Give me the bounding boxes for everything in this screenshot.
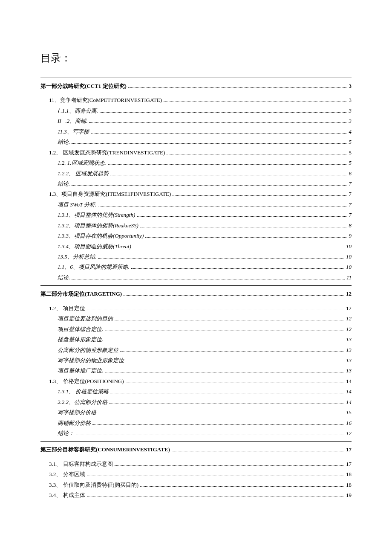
toc-leader-dots bbox=[87, 472, 345, 476]
toc-entry: 写字楼部分价格15 bbox=[58, 408, 352, 417]
toc-entry: 1.3.1、项目整体的优势(Strength)7 bbox=[58, 210, 352, 219]
toc-entry-label: 结论. bbox=[58, 179, 70, 188]
toc-entry: 1.3、 价格定位(POSITIONING)14 bbox=[49, 377, 352, 386]
toc-leader-dots bbox=[167, 150, 347, 154]
section-divider bbox=[40, 441, 352, 442]
toc-leader-dots bbox=[72, 275, 345, 279]
toc-entry: 楼盘整体形象定位.13 bbox=[58, 335, 352, 344]
toc-entry: 写字楼部分的物业形象定位13 bbox=[58, 356, 352, 365]
toc-entry-label: 写字楼部分价格 bbox=[58, 408, 96, 417]
toc-leader-dots bbox=[133, 244, 344, 248]
toc-entry: 2.2.2、公寓部分价格14 bbox=[58, 398, 352, 407]
toc-entry-label: 11、竞争者研究(CoMPET1TORINVESTIGATE) bbox=[49, 96, 162, 105]
toc-leader-dots bbox=[110, 171, 347, 175]
toc-leader-dots bbox=[140, 482, 344, 486]
toc-entry-page: 9 bbox=[349, 231, 352, 240]
toc-entry-page: 3 bbox=[349, 116, 352, 125]
toc-entry: 项目 SWoT 分析.7 bbox=[58, 200, 352, 209]
toc-entry-page: 3 bbox=[349, 81, 352, 90]
toc-leader-dots bbox=[172, 447, 344, 451]
toc-entry-label: 结论. bbox=[58, 137, 70, 146]
toc-entry-label: 1.3.1、项目整体的优势(Strength) bbox=[58, 210, 135, 219]
toc-entry: 1.3.1、 价格定位策略14 bbox=[58, 387, 352, 396]
toc-entry-label: 第一部分战略研究(CCT1 定位研究) bbox=[40, 81, 127, 90]
toc-entry-label: 1.3.4、项目面临的威胁(Threat) bbox=[58, 242, 131, 251]
toc-entry-label: 第二部分市场定位(TARGETING) bbox=[40, 289, 122, 298]
toc-leader-dots bbox=[126, 378, 345, 383]
toc-entry-page: 19 bbox=[346, 491, 352, 500]
toc-leader-dots bbox=[164, 98, 347, 102]
toc-entry: 第三部分目标客群研究(CONSUMERINVESTIGATE)17 bbox=[40, 445, 352, 454]
toc-entry-label: 项目 SWoT 分析. bbox=[58, 200, 96, 209]
toc-leader-dots bbox=[108, 160, 347, 165]
toc-leader-dots bbox=[92, 420, 344, 424]
toc-entry-page: 4 bbox=[349, 127, 352, 136]
toc-entry-label: 1.3、 价格定位(POSITIONING) bbox=[49, 377, 124, 386]
toc-entry-label: 1.3、项目自身资源研究(ITEMSE1FINVESTIGATE) bbox=[49, 189, 171, 198]
toc-entry-label: 13.5、分析总结. bbox=[58, 252, 96, 261]
section-divider bbox=[40, 285, 352, 286]
toc-entry-label: 1.2、 项目定位 bbox=[49, 304, 85, 313]
toc-entry-label: 3.2、 分布区域 bbox=[49, 470, 85, 479]
toc-entry-page: 13 bbox=[346, 366, 352, 375]
toc-leader-dots bbox=[98, 202, 347, 206]
toc-entry-page: 18 bbox=[346, 470, 352, 479]
toc-entry-page: 5 bbox=[349, 137, 352, 146]
toc-leader-dots bbox=[126, 358, 344, 362]
toc-entry-page: 12 bbox=[346, 325, 352, 334]
toc-entry: 结论.5 bbox=[58, 137, 352, 146]
toc-leader-dots bbox=[100, 108, 347, 112]
toc-leader-dots bbox=[128, 84, 347, 88]
toc-entry-label: II .2、商铺. bbox=[58, 116, 87, 125]
toc-entry: 第二部分市场定位(TARGETING)12 bbox=[40, 289, 352, 298]
toc-entry: 1.2、 项目定位12 bbox=[49, 304, 352, 313]
toc-entry: 公寓部分的物业形象定位13 bbox=[58, 346, 352, 355]
toc-entry-page: 13 bbox=[346, 346, 352, 355]
toc-entry: 项目定位要达到的目的12 bbox=[58, 314, 352, 323]
toc-entry-page: 13 bbox=[346, 335, 352, 344]
toc-entry: 结论：17 bbox=[58, 429, 352, 438]
toc-leader-dots bbox=[109, 399, 344, 404]
toc-entry: 1.3、项目自身资源研究(ITEMSE1FINVESTIGATE)7 bbox=[49, 189, 352, 198]
toc-entry-label: 楼盘整体形象定位. bbox=[58, 335, 103, 344]
toc-entry-page: 3 bbox=[349, 106, 352, 115]
toc-entry: 1.1、6、项目风险的规避策略.10 bbox=[58, 262, 352, 271]
toc-entry-label: 1.3.3、项目存在的机会(Opportunity) bbox=[58, 231, 144, 240]
toc-entry-label: 1.2、 区域发展态势研究(TRENDINVESTIGATE) bbox=[49, 148, 165, 157]
toc-entry-label: 商铺部分价格 bbox=[58, 418, 91, 427]
toc-leader-dots bbox=[91, 129, 347, 133]
toc-entry-page: 8 bbox=[349, 221, 352, 230]
toc-leader-dots bbox=[115, 316, 344, 320]
toc-container: 第一部分战略研究(CCT1 定位研究)311、竞争者研究(CoMPET1TORI… bbox=[40, 78, 352, 500]
toc-entry: 项目整体综合定位.12 bbox=[58, 325, 352, 334]
toc-entry: 商铺部分价格16 bbox=[58, 418, 352, 427]
toc-leader-dots bbox=[131, 264, 344, 269]
toc-entry: 13.5、分析总结.10 bbox=[58, 252, 352, 261]
toc-entry-label: 1.1、6、项目风险的规避策略. bbox=[58, 262, 130, 271]
toc-entry-page: 10 bbox=[346, 242, 352, 251]
toc-entry-page: 6 bbox=[349, 169, 352, 178]
toc-entry-page: 14 bbox=[346, 377, 352, 386]
toc-entry: 1.2.2、 区域发展趋势6 bbox=[58, 169, 352, 178]
toc-entry: 11.3、写字楼4 bbox=[58, 127, 352, 136]
toc-entry: 1.3.3、项目存在的机会(Opportunity)9 bbox=[58, 231, 352, 240]
toc-leader-dots bbox=[105, 368, 344, 372]
toc-entry: 第一部分战略研究(CCT1 定位研究)3 bbox=[40, 81, 352, 90]
toc-entry-page: 7 bbox=[349, 179, 352, 188]
toc-entry: 3.4、 构成主体19 bbox=[49, 491, 352, 500]
toc-entry-label: 项目定位要达到的目的 bbox=[58, 314, 113, 323]
toc-entry-page: 7 bbox=[349, 210, 352, 219]
toc-entry-label: 3.3、 价值取向及消费特征(购买目的) bbox=[49, 480, 138, 489]
toc-leader-dots bbox=[124, 291, 344, 296]
toc-entry: 项目整体推广定位.13 bbox=[58, 366, 352, 375]
toc-leader-dots bbox=[173, 192, 347, 196]
toc-leader-dots bbox=[145, 233, 347, 238]
toc-leader-dots bbox=[98, 254, 344, 259]
toc-entry-label: 1.2.2、 区域发展趋势 bbox=[58, 169, 109, 178]
toc-entry-page: 7 bbox=[349, 200, 352, 209]
toc-entry: 结论.7 bbox=[58, 179, 352, 188]
toc-entry-page: 15 bbox=[346, 408, 352, 417]
toc-entry-page: 13 bbox=[346, 356, 352, 365]
toc-leader-dots bbox=[72, 139, 347, 144]
toc-leader-dots bbox=[89, 119, 347, 123]
